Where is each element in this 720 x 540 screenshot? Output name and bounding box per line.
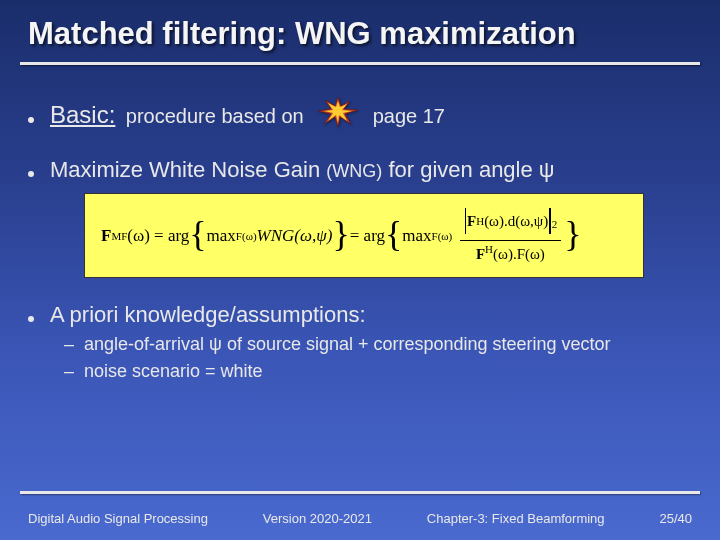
explosion-icon	[318, 97, 358, 127]
formula-mid: = arg	[350, 226, 385, 246]
formula-abs-sup: 2	[552, 218, 558, 230]
bullet-2-sub: (WNG)	[326, 161, 382, 181]
dash-icon: –	[64, 361, 74, 382]
bullet-2-post: for given angle ψ	[382, 157, 554, 182]
formula-max1-sub: F(ω)	[236, 230, 257, 242]
bullet-1-procedure: procedure based on	[126, 105, 304, 127]
formula-box: FMF(ω) = arg{maxF(ω) WNG(ω,ψ)} = arg{max…	[84, 193, 644, 278]
sub-bullet-2-text: noise scenario = white	[84, 361, 263, 382]
bullet-2-pre: Maximize White Noise Gain	[50, 157, 326, 182]
footer-page: 25/40	[659, 511, 692, 526]
sub-bullet-1: – angle-of-arrival ψ of source signal + …	[64, 334, 692, 355]
dash-icon: –	[64, 334, 74, 355]
bullet-dot-icon	[28, 316, 34, 322]
sub-bullet-2: – noise scenario = white	[64, 361, 692, 382]
formula-den-a-sup: H	[485, 243, 493, 255]
footer-left: Digital Audio Signal Processing	[28, 511, 208, 526]
slide-title: Matched filtering: WNG maximization	[0, 0, 720, 60]
footer-rule	[20, 491, 700, 494]
formula-max1: max	[207, 226, 236, 246]
bullet-2: Maximize White Noise Gain (WNG) for give…	[28, 157, 692, 183]
bullet-3: A priori knowledge/assumptions:	[28, 302, 692, 328]
formula-wng: WNG(ω,ψ)	[257, 226, 333, 246]
bullet-dot-icon	[28, 171, 34, 177]
formula-num-a-sup: H	[476, 215, 484, 227]
formula-num-b: (ω).d(ω,ψ)	[484, 213, 548, 230]
bullet-1-page-ref: page 17	[373, 105, 445, 127]
footer-version: Version 2020-2021	[263, 511, 372, 526]
formula-den-a: F	[476, 246, 485, 262]
formula-max2: max	[402, 226, 431, 246]
bullet-1: Basic: procedure based on page 17	[28, 93, 692, 129]
formula-fraction: FH(ω).d(ω,ψ)2 FH(ω).F(ω)	[460, 208, 562, 263]
content-area: Basic: procedure based on page 17 Maximi…	[0, 65, 720, 382]
bullet-3-text: A priori knowledge/assumptions:	[50, 302, 366, 328]
formula-lhs: F	[101, 226, 111, 246]
bullet-dot-icon	[28, 117, 34, 123]
formula-den-b: (ω).F(ω)	[493, 246, 545, 262]
formula-lhs-sup: MF	[111, 230, 127, 242]
formula-num-a: F	[467, 213, 476, 230]
sub-bullet-1-text: angle-of-arrival ψ of source signal + co…	[84, 334, 611, 355]
footer: Digital Audio Signal Processing Version …	[28, 511, 692, 526]
bullet-1-basic: Basic:	[50, 101, 115, 128]
formula-max2-sub: F(ω)	[432, 230, 453, 242]
footer-chapter: Chapter-3: Fixed Beamforming	[427, 511, 605, 526]
formula-arg1: (ω) = arg	[127, 226, 189, 246]
